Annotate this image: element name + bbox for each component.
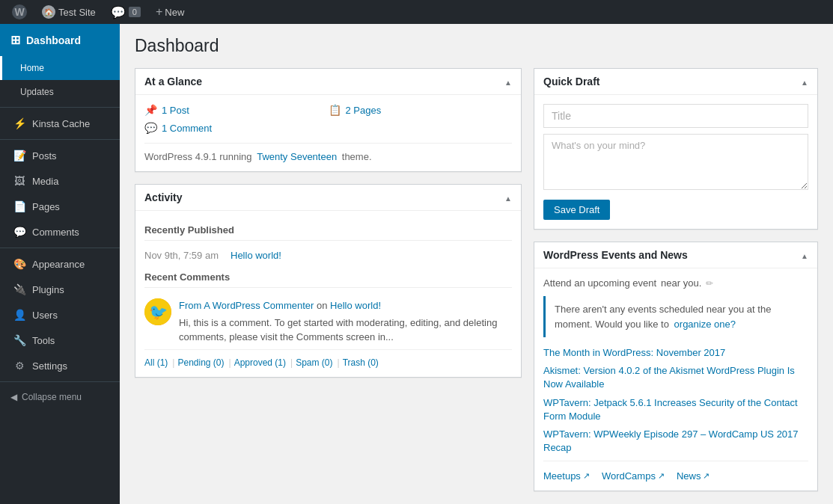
plugins-label: Plugins (32, 284, 64, 295)
posts-label: Posts (32, 150, 57, 162)
wordcamps-link[interactable]: WordCamps ↗ (602, 470, 665, 482)
sidebar-item-plugins[interactable]: 🔌 Plugins (0, 277, 120, 302)
comment-item: 🐦 From A WordPress Commenter on Hello wo… (144, 294, 512, 350)
wp-logo-icon: W (12, 4, 27, 19)
activity-toggle[interactable] (504, 191, 512, 204)
quick-draft-body: Save Draft (534, 95, 817, 229)
posts-count-link[interactable]: 1 Post (162, 105, 189, 116)
glance-stats-grid: 📌 1 Post 📋 2 Pages 💬 1 Comment (144, 104, 512, 134)
location-edit-icon[interactable]: ✏ (706, 278, 713, 289)
pages-count-link[interactable]: 2 Pages (346, 105, 382, 116)
wp-events-widget: WordPress Events and News Attend an upco… (534, 242, 818, 491)
page-count-icon: 📋 (329, 104, 341, 116)
sidebar-item-media[interactable]: 🖼 Media (0, 168, 120, 194)
theme-link[interactable]: Twenty Seventeen (257, 151, 337, 162)
wordcamps-ext-icon: ↗ (658, 471, 665, 481)
news-item-link[interactable]: Akismet: Version 4.0.2 of the Akismet Wo… (543, 364, 808, 391)
filter-approved-link[interactable]: Approved (1) (234, 357, 286, 368)
settings-label: Settings (32, 360, 67, 372)
filter-spam-link[interactable]: Spam (0) (296, 357, 332, 368)
filter-trash-link[interactable]: Trash (0) (343, 357, 379, 368)
dashboard-icon: ⊞ (10, 33, 20, 47)
users-label: Users (32, 310, 58, 321)
sidebar-item-home[interactable]: Home (0, 56, 120, 80)
comments-count-badge: 0 (129, 7, 141, 17)
post-count-icon: 📌 (144, 104, 157, 116)
sidebar-item-tools[interactable]: 🔧 Tools (0, 328, 120, 353)
posts-icon: 📝 (13, 150, 26, 162)
no-events-text: There aren't any events scheduled near y… (555, 304, 771, 330)
activity-widget: Activity Recently Published Nov 9th, 7:5… (135, 184, 522, 378)
glance-pages-item: 📋 2 Pages (329, 104, 513, 116)
recent-comments-title: Recent Comments (144, 264, 512, 288)
sidebar-divider-1 (0, 107, 120, 108)
published-post-link[interactable]: Hello world! (231, 250, 281, 261)
filter-pending-link[interactable]: Pending (0) (177, 357, 224, 368)
news-item-link[interactable]: WPTavern: WPWeekly Episode 297 – WordCam… (543, 428, 808, 455)
sidebar-item-settings[interactable]: ⚙ Settings (0, 353, 120, 378)
wordcamps-label: WordCamps (602, 470, 656, 482)
at-a-glance-header: At a Glance (135, 69, 521, 95)
wp-events-toggle[interactable] (801, 248, 808, 262)
sidebar-item-posts[interactable]: 📝 Posts (0, 143, 120, 168)
comments-count-link[interactable]: 1 Comment (162, 123, 212, 134)
appearance-label: Appearance (32, 259, 85, 270)
main-content: Dashboard At a Glance 📌 1 Post (120, 24, 833, 504)
news-item: WPTavern: WPWeekly Episode 297 – WordCam… (543, 428, 808, 455)
filter-all-link[interactable]: All (1) (144, 357, 168, 368)
at-a-glance-widget: At a Glance 📌 1 Post 📋 2 Pages (135, 68, 522, 172)
quick-draft-header: Quick Draft (534, 69, 817, 95)
sidebar-item-kinsta[interactable]: ⚡ Kinsta Cache (0, 111, 120, 136)
users-icon: 👤 (13, 309, 26, 321)
wp-logo-button[interactable]: W (6, 0, 33, 24)
meetups-ext-icon: ↗ (583, 471, 590, 481)
comments-button[interactable]: 💬 0 (105, 0, 147, 24)
appearance-icon: 🎨 (13, 258, 26, 270)
plus-icon: + (156, 5, 162, 19)
news-item-link[interactable]: The Month in WordPress: November 2017 (543, 346, 808, 360)
comment-post-link[interactable]: Hello world! (330, 300, 381, 311)
wp-events-body: Attend an upcoming event near you. ✏ The… (534, 268, 817, 491)
meetups-link[interactable]: Meetups ↗ (543, 470, 590, 482)
new-content-button[interactable]: + New (150, 0, 190, 24)
news-ext-icon: ↗ (703, 471, 710, 481)
sidebar-item-users[interactable]: 👤 Users (0, 302, 120, 328)
at-a-glance-toggle[interactable] (504, 75, 512, 88)
news-link[interactable]: News ↗ (677, 470, 710, 482)
comment-filter-links: All (1) | Pending (0) | Approved (1) | S… (144, 350, 512, 368)
right-column: Quick Draft Save Draft WordPress Events … (534, 68, 818, 503)
quick-draft-toggle[interactable] (801, 75, 808, 88)
sidebar-item-dashboard[interactable]: ⊞ Dashboard (0, 24, 120, 56)
comment-avatar: 🐦 (144, 298, 171, 325)
comment-author-link[interactable]: From A WordPress Commenter (179, 300, 314, 311)
site-name-button[interactable]: 🏠 Test Site (36, 0, 102, 24)
quick-draft-content-input[interactable] (543, 134, 808, 190)
wp-version-suffix: theme. (342, 151, 372, 162)
quick-draft-title: Quick Draft (543, 76, 599, 87)
plugins-icon: 🔌 (13, 283, 26, 295)
comments-nav-label: Comments (32, 227, 79, 238)
save-draft-button[interactable]: Save Draft (543, 200, 610, 220)
page-title: Dashboard (135, 36, 818, 56)
media-label: Media (32, 176, 58, 187)
comment-count-icon: 💬 (144, 122, 157, 134)
media-icon: 🖼 (13, 175, 26, 187)
quick-draft-title-input[interactable] (543, 104, 808, 128)
wp-events-title: WordPress Events and News (543, 249, 688, 261)
quick-draft-widget: Quick Draft Save Draft (534, 68, 818, 230)
wp-version-prefix: WordPress 4.9.1 running (144, 151, 252, 162)
sidebar-item-appearance[interactable]: 🎨 Appearance (0, 251, 120, 277)
activity-title: Activity (144, 191, 183, 203)
events-footer-links: Meetups ↗ WordCamps ↗ News ↗ (543, 461, 808, 482)
glance-posts-item: 📌 1 Post (144, 104, 329, 116)
organize-link[interactable]: organize one? (674, 319, 736, 330)
recently-published-title: Recently Published (144, 220, 512, 241)
sidebar-item-pages[interactable]: 📄 Pages (0, 194, 120, 219)
new-label: New (165, 7, 184, 18)
collapse-menu-button[interactable]: ◀ Collapse menu (0, 385, 120, 409)
home-label: Home (20, 63, 44, 73)
sidebar-item-updates[interactable]: Updates (0, 80, 120, 104)
news-item-link[interactable]: WPTavern: Jetpack 5.6.1 Increases Securi… (543, 396, 808, 423)
sidebar-item-comments[interactable]: 💬 Comments (0, 219, 120, 245)
pages-icon: 📄 (13, 200, 26, 212)
